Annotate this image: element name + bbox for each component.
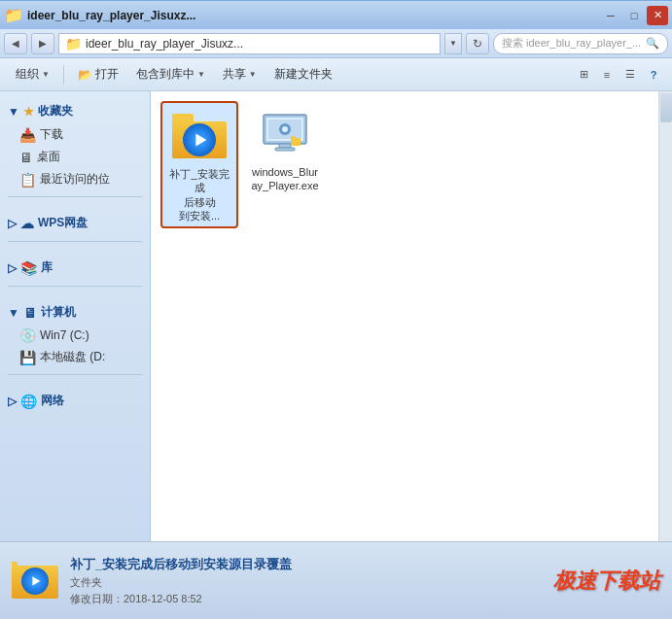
view-button-3[interactable]: ☰ [619,64,641,86]
file-item-bluray[interactable]: windows_Bluray_Player.exe [246,101,324,228]
scroll-track[interactable] [658,91,672,541]
status-type: 文件夹 [70,575,542,590]
computer-arrow: ▼ [8,306,19,320]
close-button[interactable]: ✕ [647,6,668,25]
sidebar: ▼ ★ 收藏夹 📥 下载 🖥 桌面 📋 最近访问的位 [0,91,151,541]
sidebar-section-wps: ▷ ☁ WPS网盘 [0,211,150,235]
sidebar-header-library[interactable]: ▷ 📚 库 [0,256,150,280]
library-icon: 📚 [20,260,37,276]
win7-icon: 💿 [19,327,36,343]
address-box[interactable]: 📁 ideer_blu_ray_player_Jisuxz... [58,33,441,54]
wps-arrow: ▷ [8,217,17,230]
view-button-1[interactable]: ⊞ [573,64,594,86]
bluray-label: windows_Bluray_Player.exe [250,165,320,193]
open-button[interactable]: 📂 打开 [70,62,126,87]
locald-label: 本地磁盘 (D: [40,349,105,365]
sidebar-header-network[interactable]: ▷ 🌐 网络 [0,389,150,413]
sidebar-item-desktop[interactable]: 🖥 桌面 [0,146,150,168]
sidebar-header-favorites[interactable]: ▼ ★ 收藏夹 [0,99,150,123]
patch-folder-icon-wrapper [170,107,229,165]
sidebar-header-wps[interactable]: ▷ ☁ WPS网盘 [0,211,150,235]
search-box[interactable]: 搜索 ideer_blu_ray_player_... 🔍 [493,33,668,54]
desktop-label: 桌面 [37,149,60,165]
status-play-icon [27,573,43,589]
new-folder-button[interactable]: 新建文件夹 [266,62,340,87]
organize-arrow: ▼ [42,70,50,79]
downloads-label: 下载 [40,126,63,143]
address-text: ideer_blu_ray_player_Jisuxz... [86,37,243,51]
recent-icon: 📋 [19,172,36,188]
window-icon: 📁 [4,6,23,24]
titlebar-title: ideer_blu_ray_player_Jisuxz... [27,9,195,22]
svg-rect-7 [275,148,295,151]
minimize-button[interactable]: ─ [600,6,621,25]
watermark: 极速下载站 [553,567,660,596]
computer-icon: 🖥 [23,305,37,321]
svg-rect-6 [279,144,291,148]
sidebar-section-library: ▷ 📚 库 [0,256,150,280]
wps-label: WPS网盘 [38,215,88,231]
folder-body [172,121,227,158]
content-area: 补丁_安装完成后移动到安装... [151,91,672,541]
sidebar-divider-4 [8,374,142,375]
svg-point-5 [282,126,288,132]
forward-button[interactable]: ▶ [31,33,54,54]
maximize-button[interactable]: □ [623,6,645,25]
patch-folder-label: 补丁_安装完成后移动到安装... [166,167,232,223]
titlebar-left: 📁 ideer_blu_ray_player_Jisuxz... [4,6,195,24]
library-label: 库 [41,259,53,276]
status-date: 修改日期：2018-12-05 8:52 [70,592,542,606]
statusbar: 补丁_安装完成后移动到安装源目录覆盖 文件夹 修改日期：2018-12-05 8… [0,541,672,619]
favorites-label: 收藏夹 [38,103,73,120]
bluray-exe-icon [258,107,312,161]
sidebar-item-recent[interactable]: 📋 最近访问的位 [0,168,150,190]
refresh-button[interactable]: ↻ [466,33,489,54]
favorites-star-icon: ★ [23,105,34,119]
share-arrow: ▼ [249,70,257,79]
sidebar-divider-2 [8,241,142,242]
help-button[interactable]: ? [643,64,664,86]
sidebar-section-favorites: ▼ ★ 收藏夹 📥 下载 🖥 桌面 📋 最近访问的位 [0,99,150,190]
sidebar-item-locald[interactable]: 💾 本地磁盘 (D: [0,346,150,368]
favorites-arrow: ▼ [8,105,19,119]
wps-icon: ☁ [20,216,34,231]
include-button[interactable]: 包含到库中 ▼ [128,62,213,87]
bluray-icon-wrapper [256,105,314,163]
toolbar: 组织 ▼ 📂 打开 包含到库中 ▼ 共享 ▼ 新建文件夹 ⊞ ≡ ☰ ? [0,58,672,91]
desktop-icon: 🖥 [19,150,33,165]
sidebar-section-network: ▷ 🌐 网络 [0,389,150,413]
view-button-2[interactable]: ≡ [596,64,618,86]
file-list: 补丁_安装完成后移动到安装... [151,91,672,541]
back-button[interactable]: ◀ [4,33,27,54]
organize-button[interactable]: 组织 ▼ [8,62,57,87]
win7-label: Win7 (C:) [40,328,89,342]
network-icon: 🌐 [20,394,37,409]
sidebar-section-computer: ▼ 🖥 计算机 💿 Win7 (C:) 💾 本地磁盘 (D: [0,300,150,368]
open-icon: 📂 [78,68,92,82]
svg-rect-8 [291,138,301,146]
exe-svg [260,109,310,159]
network-label: 网络 [41,393,64,409]
sidebar-divider-1 [8,196,142,197]
address-folder-icon: 📁 [65,36,82,52]
svg-rect-9 [291,136,296,139]
content-wrapper: ▼ ★ 收藏夹 📥 下载 🖥 桌面 📋 最近访问的位 [0,91,672,541]
sidebar-item-win7[interactable]: 💿 Win7 (C:) [0,325,150,346]
status-info: 补丁_安装完成后移动到安装源目录覆盖 文件夹 修改日期：2018-12-05 8… [70,556,542,606]
addressbar: ◀ ▶ 📁 ideer_blu_ray_player_Jisuxz... ▼ ↻… [0,29,672,58]
file-item-patch[interactable]: 补丁_安装完成后移动到安装... [160,101,238,228]
patch-folder-icon [172,114,227,158]
sidebar-header-computer[interactable]: ▼ 🖥 计算机 [0,300,150,325]
share-button[interactable]: 共享 ▼ [215,62,265,87]
sidebar-item-downloads[interactable]: 📥 下载 [0,123,150,146]
status-folder-icon [12,558,58,604]
network-arrow: ▷ [8,395,17,408]
toolbar-right: ⊞ ≡ ☰ ? [573,64,664,86]
app-window: 📁 ideer_blu_ray_player_Jisuxz... ─ □ ✕ ◀… [0,0,672,619]
status-name: 补丁_安装完成后移动到安装源目录覆盖 [70,556,542,573]
locald-icon: 💾 [19,350,36,365]
address-dropdown[interactable]: ▼ [444,33,462,54]
toolbar-divider-1 [63,65,64,85]
scroll-thumb[interactable] [660,93,672,122]
titlebar-controls: ─ □ ✕ [600,6,668,25]
